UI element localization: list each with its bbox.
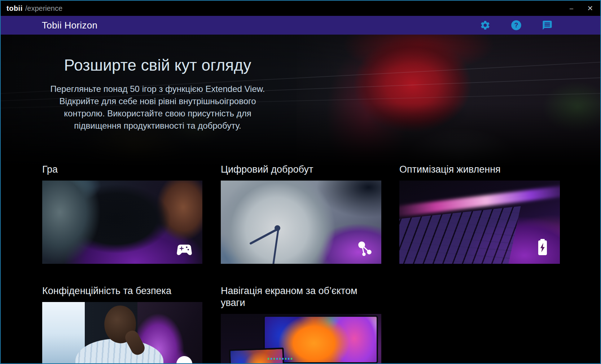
card-game-image[interactable] xyxy=(42,181,202,264)
laptop-wallpaper-decor xyxy=(231,349,283,364)
navbar-icons: ? xyxy=(480,16,553,35)
window-controls: – ✕ xyxy=(562,1,600,16)
page-title: Tobii Horizon xyxy=(42,20,97,31)
hero-heading: Розширте свій кут огляду xyxy=(42,56,273,74)
brand-logo: tobii xyxy=(6,4,23,13)
feedback-chat-icon[interactable] xyxy=(542,20,553,31)
hero-description-line: Перегляньте понад 50 ігор з функцією Ext… xyxy=(42,83,273,95)
card-privacy[interactable]: Конфіденційність та безпека xyxy=(42,285,202,364)
svg-text:?: ? xyxy=(514,22,518,29)
hero-banner: Розширте свій кут огляду Перегляньте пон… xyxy=(1,35,600,167)
share-nodes-icon xyxy=(357,241,373,257)
card-privacy-label: Конфіденційність та безпека xyxy=(42,285,202,297)
titlebar: tobii /experience – ✕ xyxy=(1,1,600,16)
hero-truck-image xyxy=(297,35,600,167)
settings-gear-icon[interactable] xyxy=(480,20,491,31)
card-game-label: Гра xyxy=(42,164,202,176)
hero-description-line: підвищення продуктивності та добробуту. xyxy=(42,120,273,132)
help-icon[interactable]: ? xyxy=(511,20,522,31)
card-power[interactable]: Оптимізація живлення xyxy=(399,164,560,264)
card-screen-navigation-label: Навігація екраном за об’єктом уваги xyxy=(221,285,381,309)
hero-description-line: Відкрийте для себе нові рівні внутрішньо… xyxy=(42,95,273,107)
laptop-keyboard-decor xyxy=(399,206,521,264)
navbar: Tobii Horizon ? xyxy=(1,16,600,35)
hero-text-block: Розширте свій кут огляду Перегляньте пон… xyxy=(42,56,273,132)
card-screen-navigation-image[interactable] xyxy=(221,314,381,364)
hero-description-line: контролю. Використайте свою присутність … xyxy=(42,107,273,120)
card-power-label: Оптимізація живлення xyxy=(399,164,560,176)
clock-hub-decor xyxy=(275,225,280,231)
card-wellbeing-image[interactable] xyxy=(221,181,381,264)
minimize-button[interactable]: – xyxy=(562,1,581,16)
card-power-image[interactable] xyxy=(399,181,560,264)
app-window: tobii /experience – ✕ Tobii Horizon ? xyxy=(0,0,601,364)
taskbar-decor xyxy=(268,358,293,360)
card-wellbeing[interactable]: Цифровий добробут xyxy=(221,164,381,264)
card-privacy-image[interactable] xyxy=(42,302,202,364)
hero-description: Перегляньте понад 50 ігор з функцією Ext… xyxy=(42,83,273,132)
card-wellbeing-label: Цифровий добробут xyxy=(221,164,381,176)
card-game[interactable]: Гра xyxy=(42,164,202,264)
laptop-decor xyxy=(229,347,285,364)
product-name: /experience xyxy=(25,4,62,13)
gamepad-icon xyxy=(175,243,194,257)
battery-charging-icon xyxy=(537,239,548,256)
close-button[interactable]: ✕ xyxy=(581,1,600,16)
card-screen-navigation[interactable]: Навігація екраном за об’єктом уваги xyxy=(221,285,381,364)
